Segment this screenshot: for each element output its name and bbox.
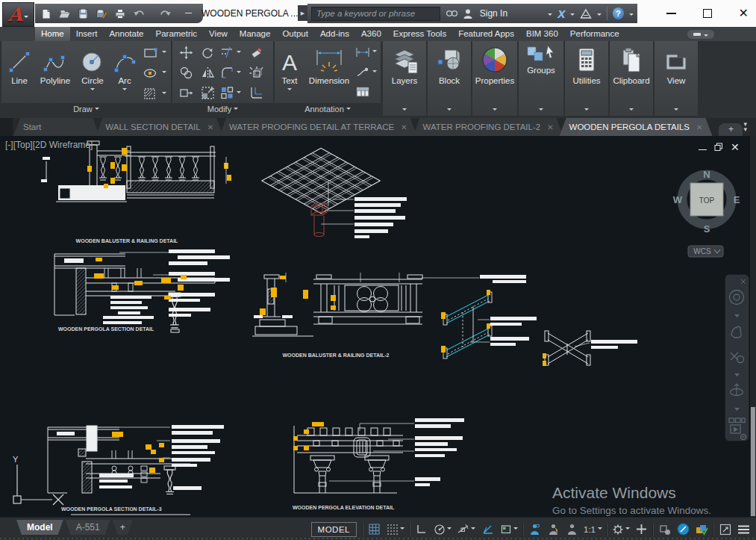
file-tab-waterproofing-terrace[interactable]: WATER PROOFING DETAIL AT TERRACE✕ xyxy=(219,118,416,136)
exchange-dropdown-icon[interactable] xyxy=(570,13,575,18)
sign-in-dropdown-icon[interactable] xyxy=(548,13,552,18)
panel-label-annotation[interactable]: Annotation xyxy=(275,103,381,116)
panel-clipboard[interactable]: Clipboard xyxy=(610,41,653,116)
new-file-icon[interactable] xyxy=(41,8,51,19)
title-expand-icon[interactable]: ▶ xyxy=(298,5,307,21)
close-icon[interactable]: ✕ xyxy=(207,123,213,131)
panel-label-draw[interactable]: Draw xyxy=(1,103,171,116)
doc-close-icon[interactable]: ✕ xyxy=(731,143,740,151)
ellipse-tool-icon[interactable] xyxy=(143,67,166,79)
copy-icon[interactable] xyxy=(179,66,193,80)
dim-linear-icon[interactable] xyxy=(355,47,377,58)
autoscale-icon[interactable] xyxy=(544,520,563,539)
model-space-button[interactable]: MODEL xyxy=(311,522,357,537)
rectangle-tool-icon[interactable] xyxy=(143,47,166,59)
ribbon-tab-featured[interactable]: Featured Apps xyxy=(452,27,520,41)
graphics-performance-icon[interactable] xyxy=(674,520,693,539)
drawing-canvas[interactable]: WOODEN BALUSTER & RAILING DETAIL xyxy=(0,136,756,517)
ribbon-tab-addins[interactable]: Add-ins xyxy=(314,27,355,41)
ribbon-tab-view[interactable]: View xyxy=(203,27,234,41)
annotation-scale-button[interactable]: 1:1 xyxy=(581,525,605,534)
ribbon-tab-home[interactable]: Home xyxy=(35,27,70,41)
array-icon[interactable] xyxy=(220,86,241,100)
a360-dropdown-icon[interactable] xyxy=(597,13,602,18)
workspace-gear-icon[interactable] xyxy=(609,520,632,539)
move-icon[interactable] xyxy=(179,46,193,60)
snap-mode-icon[interactable] xyxy=(384,520,407,539)
new-layout-button[interactable]: + xyxy=(113,520,133,535)
object-snap-icon[interactable] xyxy=(454,520,478,539)
panel-properties[interactable]: Properties xyxy=(472,41,517,116)
grid-display-icon[interactable] xyxy=(365,520,384,539)
panel-groups[interactable]: Groups xyxy=(519,41,563,116)
table-icon[interactable] xyxy=(355,86,370,98)
sign-in-button[interactable]: Sign In xyxy=(480,8,507,19)
annotation-scale-person-icon[interactable] xyxy=(563,520,581,539)
wcs-dropdown[interactable]: WCS xyxy=(688,246,723,257)
polar-tracking-icon[interactable] xyxy=(431,520,454,539)
search-input[interactable]: Type a keyword or phrase xyxy=(311,7,440,21)
undo-icon[interactable] xyxy=(133,8,146,19)
doc-restore-icon[interactable] xyxy=(714,143,723,152)
panel-block[interactable]: Block xyxy=(428,41,471,116)
close-icon[interactable]: ✕ xyxy=(696,123,702,131)
maximize-button[interactable] xyxy=(703,9,712,18)
fullscreen-icon[interactable] xyxy=(716,520,734,539)
file-tab-wooden-pergola[interactable]: WOODEN PERGOLA DETAILS✕ xyxy=(560,118,713,136)
qat-menu-icon[interactable] xyxy=(185,13,192,15)
object-snap-tracking-icon[interactable] xyxy=(497,520,521,539)
save-icon[interactable] xyxy=(78,8,89,19)
panel-view[interactable]: View xyxy=(655,41,698,116)
file-tab-wall-section[interactable]: WALL SECTION DETAIL✕ xyxy=(96,118,223,136)
hardware-acceleration-icon[interactable] xyxy=(693,520,711,539)
viewport-controls[interactable]: [-][Top][2D Wireframe] xyxy=(5,140,93,150)
scale-icon[interactable] xyxy=(201,86,215,100)
circle-button[interactable]: Circle xyxy=(76,43,109,94)
save-as-icon[interactable] xyxy=(96,8,107,19)
ribbon-tab-parametric[interactable]: Parametric xyxy=(150,27,204,41)
model-tab[interactable]: Model xyxy=(16,520,63,535)
isolate-objects-icon[interactable] xyxy=(655,520,674,539)
arc-button[interactable]: Arc xyxy=(110,43,139,94)
panel-label-modify[interactable]: Modify xyxy=(172,103,273,116)
help-dropdown-icon[interactable] xyxy=(629,13,634,18)
ribbon-tab-express[interactable]: Express Tools xyxy=(387,27,452,41)
doc-minimize-icon[interactable] xyxy=(699,149,707,151)
annotation-visibility-icon[interactable] xyxy=(525,520,544,539)
ribbon-tab-bim360[interactable]: BIM 360 xyxy=(520,27,564,41)
ribbon-tab-a360[interactable]: A360 xyxy=(355,27,387,41)
ribbon-tab-insert[interactable]: Insert xyxy=(70,27,104,41)
mirror-icon[interactable] xyxy=(201,66,215,80)
help-icon[interactable]: ? xyxy=(613,7,624,19)
stretch-icon[interactable] xyxy=(179,86,193,100)
file-tab-start[interactable]: Start xyxy=(13,118,99,136)
redo-icon[interactable] xyxy=(159,8,172,19)
view-cube[interactable]: TOP N W E S xyxy=(673,169,740,235)
layout-tab-a551[interactable]: A-551 xyxy=(66,520,110,535)
multileader-icon[interactable] xyxy=(355,66,377,78)
dimension-button[interactable]: Dimension xyxy=(304,43,354,85)
trim-icon[interactable] xyxy=(220,46,241,60)
exchange-icon[interactable]: X xyxy=(557,7,565,20)
open-file-icon[interactable] xyxy=(58,8,71,19)
close-icon[interactable]: ✕ xyxy=(547,123,553,131)
scrollbar-thumb[interactable] xyxy=(751,407,755,516)
polyline-button[interactable]: Polyline xyxy=(36,43,75,85)
line-button[interactable]: Line xyxy=(4,43,34,85)
ortho-mode-icon[interactable] xyxy=(412,520,431,539)
new-drawing-button[interactable]: + xyxy=(719,123,743,136)
explode-icon[interactable] xyxy=(249,66,263,80)
vertical-scrollbar[interactable] xyxy=(750,136,756,517)
plot-icon[interactable] xyxy=(114,8,126,19)
app-menu-button[interactable]: A xyxy=(2,2,34,27)
isodraft-icon[interactable] xyxy=(478,520,497,539)
erase-icon[interactable] xyxy=(249,46,263,60)
text-button[interactable]: A Text xyxy=(276,43,303,94)
ribbon-tab-annotate[interactable]: Annotate xyxy=(103,27,149,41)
ribbon-display-toggle[interactable] xyxy=(687,30,714,39)
ribbon-tab-performance[interactable]: Performance xyxy=(564,27,625,41)
status-plus-icon[interactable] xyxy=(632,520,651,539)
a360-icon[interactable] xyxy=(580,8,591,19)
panel-utilities[interactable]: Utilities xyxy=(565,41,608,116)
fillet-icon[interactable] xyxy=(220,66,241,80)
